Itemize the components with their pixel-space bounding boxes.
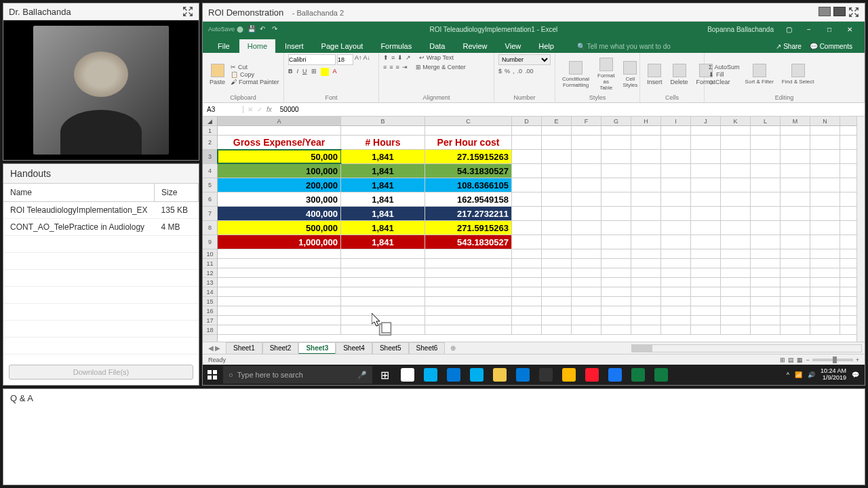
cell[interactable] [572, 164, 601, 178]
redo-icon[interactable]: ↷ [272, 25, 280, 33]
cell[interactable] [601, 164, 631, 178]
cell[interactable] [425, 126, 512, 135]
cell[interactable] [572, 297, 601, 306]
cell[interactable] [751, 306, 781, 315]
select-all-corner[interactable]: ◢ [203, 117, 217, 126]
cell[interactable] [781, 249, 810, 258]
cell-styles-button[interactable]: Cell Styles [620, 60, 640, 89]
cell[interactable] [751, 164, 781, 178]
cell[interactable] [781, 287, 810, 296]
cell[interactable] [542, 164, 572, 178]
cell[interactable] [631, 306, 661, 315]
sheet-nav-prev-icon[interactable]: ◀ [208, 344, 214, 352]
cell[interactable] [631, 178, 661, 192]
merge-center-button[interactable]: ⊞ Merge & Center [416, 64, 466, 70]
cell[interactable] [425, 325, 512, 334]
tab-home[interactable]: Home [239, 39, 275, 53]
cell[interactable] [751, 249, 781, 258]
cell[interactable] [721, 178, 751, 192]
cell[interactable]: 543.1830527 [425, 235, 512, 249]
col-header[interactable]: I [661, 117, 691, 125]
taskbar-app-excel1[interactable] [627, 365, 649, 384]
cell[interactable] [781, 278, 810, 287]
conditional-formatting-button[interactable]: Conditional Formatting [559, 60, 592, 89]
cell[interactable] [691, 164, 721, 178]
row-header[interactable]: 15 [203, 297, 217, 306]
col-header[interactable]: N [810, 117, 840, 125]
cell[interactable]: 500,000 [218, 221, 341, 235]
col-header[interactable]: J [691, 117, 721, 125]
undo-icon[interactable]: ↶ [260, 25, 268, 33]
cell[interactable] [691, 325, 721, 334]
cell[interactable] [810, 178, 840, 192]
cell[interactable] [691, 297, 721, 306]
cell[interactable] [631, 316, 661, 325]
zoom-slider[interactable] [812, 359, 853, 361]
cell[interactable] [661, 136, 691, 149]
cell[interactable] [631, 221, 661, 235]
fill-color-button[interactable] [321, 68, 329, 76]
delete-cells-button[interactable]: Delete [668, 62, 691, 87]
cell[interactable] [512, 268, 542, 277]
taskbar-app-opera[interactable] [581, 365, 603, 384]
cell[interactable] [631, 259, 661, 268]
row-header[interactable]: 1 [203, 126, 217, 136]
cell[interactable] [810, 221, 840, 235]
cell[interactable] [542, 268, 572, 277]
sheet-tab[interactable]: Sheet5 [372, 342, 409, 354]
cell[interactable] [512, 287, 542, 296]
cell[interactable] [425, 306, 512, 315]
expand-icon[interactable] [182, 6, 193, 17]
row-header[interactable]: 12 [203, 268, 217, 278]
cell[interactable] [341, 278, 425, 287]
cell[interactable] [721, 207, 751, 220]
cell[interactable] [691, 306, 721, 315]
row-header[interactable]: 10 [203, 249, 217, 259]
cell[interactable] [751, 316, 781, 325]
cell[interactable] [810, 287, 840, 296]
cell[interactable] [542, 136, 572, 149]
cell[interactable] [601, 259, 631, 268]
cell[interactable] [542, 306, 572, 315]
cell[interactable] [721, 126, 751, 135]
autosum-button[interactable]: ΣAutoSum [709, 64, 740, 70]
cell[interactable] [218, 278, 341, 287]
cell[interactable] [691, 221, 721, 235]
taskbar-app-chrome[interactable] [489, 365, 511, 384]
cell[interactable] [631, 207, 661, 220]
cell[interactable] [512, 150, 542, 163]
cell[interactable] [425, 268, 512, 277]
copy-button[interactable]: 📋Copy [231, 71, 279, 78]
cell[interactable]: 27.15915263 [425, 150, 512, 163]
network-icon[interactable]: 📶 [795, 371, 802, 378]
cell[interactable] [542, 259, 572, 268]
align-top-icon[interactable]: ⬆ [383, 54, 389, 61]
fx-icon[interactable]: fx [267, 106, 272, 113]
cell[interactable] [341, 306, 425, 315]
cell[interactable] [661, 192, 691, 206]
cell[interactable] [810, 316, 840, 325]
cell[interactable] [810, 136, 840, 149]
cell[interactable] [781, 259, 810, 268]
cell[interactable]: 1,000,000 [218, 235, 341, 249]
cell[interactable] [751, 325, 781, 334]
cell[interactable] [542, 178, 572, 192]
cell[interactable]: 100,000 [218, 164, 341, 178]
cell[interactable] [751, 235, 781, 249]
cell[interactable] [751, 259, 781, 268]
cell[interactable] [810, 278, 840, 287]
cell[interactable] [781, 316, 810, 325]
cell[interactable] [218, 268, 341, 277]
cell[interactable] [631, 192, 661, 206]
cell[interactable] [512, 249, 542, 258]
cell[interactable] [542, 192, 572, 206]
cell[interactable] [631, 126, 661, 135]
cell[interactable] [691, 136, 721, 149]
cell[interactable] [542, 325, 572, 334]
cell[interactable] [542, 287, 572, 296]
cell[interactable] [781, 221, 810, 235]
col-header[interactable]: M [781, 117, 810, 125]
increase-decimal-icon[interactable]: .0 [517, 68, 523, 75]
cell[interactable] [810, 164, 840, 178]
cell[interactable] [601, 278, 631, 287]
